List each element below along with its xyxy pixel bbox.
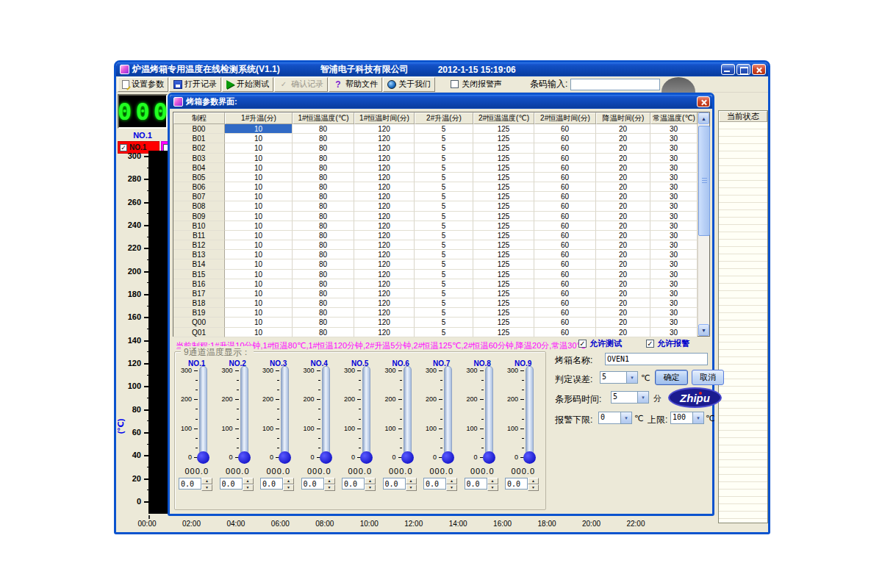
cell[interactable]: 125	[473, 124, 534, 134]
table-row[interactable]: B1710801205125602030	[173, 289, 698, 298]
spin-down-icon[interactable]: ▼	[201, 484, 212, 491]
cell[interactable]: 10	[225, 259, 293, 269]
cell[interactable]: 80	[293, 279, 354, 289]
spin-down-icon[interactable]: ▼	[324, 484, 335, 491]
cell[interactable]: 20	[596, 289, 650, 298]
cell[interactable]: 125	[473, 240, 534, 250]
cell[interactable]: 20	[596, 270, 650, 279]
cell[interactable]: 20	[596, 134, 650, 143]
table-row[interactable]: B0610801205125602030	[173, 182, 698, 192]
setpoint-input[interactable]	[301, 478, 324, 490]
table-row[interactable]: B0310801205125602030	[173, 154, 698, 163]
cell[interactable]: 5	[415, 212, 473, 221]
cell[interactable]: 60	[534, 259, 596, 269]
cancel-button[interactable]: 取消	[692, 370, 724, 385]
cell[interactable]: 30	[650, 201, 698, 211]
channel-1-checkbox[interactable]: ✓	[120, 144, 127, 151]
cell[interactable]: 30	[650, 250, 698, 259]
spin-up-icon[interactable]: ▲	[201, 478, 212, 484]
table-row[interactable]: B0910801205125602030	[173, 212, 698, 221]
cell[interactable]: 20	[596, 163, 650, 173]
spin-down-icon[interactable]: ▼	[406, 484, 417, 491]
cell[interactable]: 80	[293, 221, 354, 231]
cell[interactable]: 10	[225, 231, 293, 240]
cell[interactable]: 20	[596, 328, 650, 337]
start-test-button[interactable]: 开始测试	[222, 77, 273, 92]
cell[interactable]: 20	[596, 298, 650, 308]
table-row[interactable]: Q0110801205125602030	[173, 328, 698, 337]
cell[interactable]: 120	[354, 154, 415, 163]
combo-arrow-icon[interactable]: ▼	[692, 412, 703, 423]
confirm-record-button[interactable]: 确认记录	[274, 77, 328, 92]
cell[interactable]: 5	[415, 240, 473, 250]
cell[interactable]: 20	[596, 154, 650, 163]
cell[interactable]: 125	[473, 201, 534, 211]
cell[interactable]: 30	[650, 289, 698, 298]
cell[interactable]: 5	[415, 143, 473, 153]
cell[interactable]: 80	[293, 240, 354, 250]
oven-name-input[interactable]	[605, 353, 708, 365]
spin-up-icon[interactable]: ▲	[446, 478, 457, 484]
cell[interactable]: 5	[415, 163, 473, 173]
cell[interactable]: 5	[415, 182, 473, 192]
cell[interactable]: 30	[650, 298, 698, 308]
cell[interactable]: 125	[473, 134, 534, 143]
cell[interactable]: 120	[354, 163, 415, 173]
cell[interactable]: 60	[534, 308, 596, 318]
cell[interactable]: 5	[415, 308, 473, 318]
cell[interactable]: 20	[596, 192, 650, 201]
open-record-button[interactable]: 打开记录	[169, 77, 221, 92]
cell[interactable]: 120	[354, 318, 415, 327]
cell[interactable]: 125	[473, 154, 534, 163]
cell[interactable]: 60	[534, 328, 596, 337]
spin-down-icon[interactable]: ▼	[365, 484, 376, 491]
cell[interactable]: 120	[354, 173, 415, 182]
cell[interactable]: 30	[650, 124, 698, 134]
combo-arrow-icon[interactable]: ▼	[626, 372, 637, 383]
cell[interactable]: 125	[473, 259, 534, 269]
cell[interactable]: 30	[650, 308, 698, 318]
cell[interactable]: 125	[473, 192, 534, 201]
cell[interactable]: 5	[415, 154, 473, 163]
allow-test-checkbox[interactable]: ✓	[578, 340, 587, 348]
cell[interactable]: 60	[534, 134, 596, 143]
cell[interactable]: 80	[293, 143, 354, 153]
close-button[interactable]	[752, 64, 766, 75]
cell[interactable]: 10	[225, 240, 293, 250]
cell[interactable]: 80	[293, 289, 354, 298]
cell[interactable]: 125	[473, 298, 534, 308]
cell[interactable]: 20	[596, 231, 650, 240]
setpoint-input[interactable]	[423, 478, 446, 490]
cell[interactable]: 120	[354, 250, 415, 259]
cell[interactable]: 20	[596, 259, 650, 269]
cell[interactable]: 120	[354, 289, 415, 298]
cell[interactable]: 20	[596, 143, 650, 153]
scroll-down-icon[interactable]: ▼	[698, 324, 709, 336]
cell[interactable]: 30	[650, 212, 698, 221]
cell[interactable]: 20	[596, 279, 650, 289]
cell[interactable]: 60	[534, 192, 596, 201]
cell[interactable]: 125	[473, 250, 534, 259]
cell[interactable]: 5	[415, 289, 473, 298]
cell[interactable]: 10	[225, 328, 293, 337]
table-row[interactable]: B0010801205125602030	[173, 124, 698, 134]
cell[interactable]: 30	[650, 259, 698, 269]
cell[interactable]: 5	[415, 279, 473, 289]
cell[interactable]: 20	[596, 173, 650, 182]
cell[interactable]: 120	[354, 201, 415, 211]
cell[interactable]: 10	[225, 221, 293, 231]
setpoint-input[interactable]	[220, 478, 243, 490]
allow-alarm-checkbox[interactable]: ✓	[646, 340, 654, 348]
cell[interactable]: 10	[225, 250, 293, 259]
cell[interactable]: 30	[650, 154, 698, 163]
cell[interactable]: 60	[534, 173, 596, 182]
table-row[interactable]: B1810801205125602030	[173, 298, 698, 308]
cell[interactable]: 10	[225, 173, 293, 182]
cell[interactable]: 120	[354, 240, 415, 250]
setpoint-input[interactable]	[342, 478, 365, 490]
cell[interactable]: 60	[534, 221, 596, 231]
cell[interactable]: 5	[415, 270, 473, 279]
cell[interactable]: 10	[225, 270, 293, 279]
mute-alarm-checkbox[interactable]	[451, 80, 459, 88]
cell[interactable]: 20	[596, 182, 650, 192]
